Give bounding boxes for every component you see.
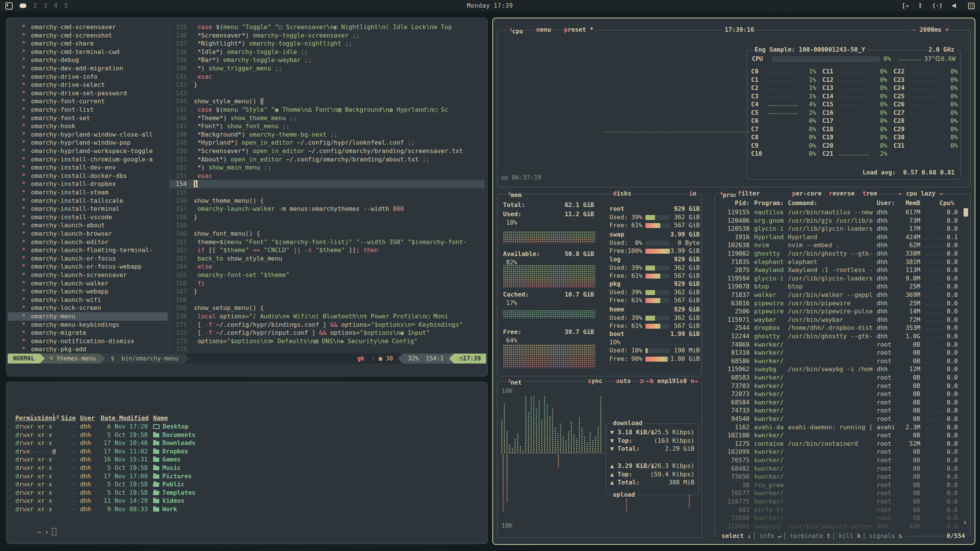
file-list-item[interactable]: *omarchy-hook (8, 122, 168, 130)
code-line[interactable]: 150 *Screensaver*) open_in_editor ~/.con… (170, 147, 485, 155)
col-command[interactable]: Command: (788, 199, 874, 207)
file-list-item[interactable]: *omarchy-launch-webapp (8, 287, 168, 296)
code-line[interactable]: 174 (170, 345, 485, 354)
code-line[interactable]: 173 options="$options\n≫ Defaults\n▤ DNS… (170, 337, 485, 346)
file-list-item[interactable]: *omarchy-font-current (8, 97, 168, 106)
file-list-item[interactable]: *omarchy-install-docker-dbs (8, 172, 168, 180)
process-row[interactable]: 72088kworker/root0B0.0 (719, 514, 967, 522)
process-row[interactable]: 71835elephantelephantdhh381M0.0 (719, 258, 967, 266)
process-row[interactable]: 81310kworker/root0B0.0 (719, 349, 967, 357)
process-row[interactable]: 68402kworker/root0B0.0 (719, 465, 967, 473)
file-list-item[interactable]: *omarchy-launch-wifi (8, 296, 168, 304)
code-line[interactable]: 149 *Hyprland*) open_in_editor ~/.config… (170, 139, 485, 147)
iface-next[interactable]: n→ (687, 377, 698, 385)
code-line[interactable]: 163 back_to show_style_menu (170, 254, 485, 263)
file-list-item[interactable]: *omarchy-launch-editor (8, 238, 168, 246)
update-interval[interactable]: - 2000ms + (910, 26, 951, 34)
file-list-item[interactable]: *omarchy-launch-floating-terminal- (8, 246, 168, 254)
file-list-item[interactable]: *omarchy-launch-about (8, 221, 168, 230)
code-line[interactable]: 165 omarchy-font-set "$theme" (170, 271, 485, 279)
process-row[interactable]: 68583kworker/root0B0.0 (719, 373, 967, 382)
code-line[interactable]: 172 [ -f ~/.config/hypr/input.conf ] && … (170, 329, 485, 337)
col-program[interactable]: Program: (754, 199, 787, 207)
file-list-item[interactable]: *omarchy-install-terminal (8, 205, 168, 213)
code-line[interactable]: 158} (170, 213, 485, 222)
code-line[interactable]: 164 else (170, 262, 485, 271)
file-list-item[interactable]: *omarchy-hyprland-window-pop (8, 139, 168, 147)
process-row[interactable]: 2506pipewire/usr/bin/pipewire-pulsedhh14… (719, 307, 967, 316)
code-line[interactable]: 137 *Nightlight*) omarchy-toggle-nightli… (170, 39, 485, 48)
code-line[interactable]: 167} (170, 287, 485, 296)
process-row[interactable]: 803btrfs-trroot0B0.0 (719, 506, 967, 514)
process-row[interactable]: 115962swaybg/usr/bin/swaybg -i /homdhh12… (719, 365, 967, 373)
code-line[interactable]: 138 *Idle*) omarchy-toggle-idle ;; (170, 48, 485, 56)
file-list-item[interactable]: *omarchy-debug (8, 56, 168, 64)
file-list-item[interactable]: *omarchy-pkg-add (8, 345, 168, 354)
file-list-item[interactable]: *omarchy-install-dev-env (8, 163, 168, 172)
net-sync-toggle[interactable]: sync (586, 377, 604, 385)
process-row[interactable]: 119002ghostty/usr/bin/ghostty --gtk-dhh3… (719, 249, 967, 258)
process-row[interactable]: 1162avahi-daavahi-daemon: running [avahi… (719, 423, 967, 432)
net-tab[interactable]: 3net (506, 377, 524, 385)
process-row[interactable]: 74733kworker/root0B0.0 (719, 406, 967, 415)
code-line[interactable]: 136 *Screensaver*) omarchy-toggle-screen… (170, 31, 485, 40)
col-pid[interactable]: Pid: (719, 199, 750, 207)
code-line[interactable]: 152 *) show_main_menu ;; (170, 163, 485, 172)
code-line[interactable]: 154} (170, 180, 485, 188)
process-row[interactable]: 71837walker/usr/bin/walker --gappldhh369… (719, 291, 967, 299)
process-row[interactable]: 119078btopbtopdhh25M0.0 (719, 282, 967, 291)
code-line[interactable]: 146 *Theme*) show_theme_menu ;; (170, 114, 485, 122)
process-row[interactable]: 63816pipewire/usr/bin/pipewiredhh25M0.0 (719, 299, 967, 308)
proc-action-signals[interactable]: signals s (869, 532, 902, 540)
file-list-item[interactable]: *omarchy-cmd-share (8, 39, 168, 48)
process-row[interactable]: 119594glycin-i/usr/lib/glycin-loadersdhh… (719, 274, 967, 283)
file-list-item[interactable]: *omarchy-drive-set-password (8, 89, 168, 98)
io-tab[interactable]: io (687, 190, 698, 197)
file-list-item[interactable]: *omarchy-font-list (8, 106, 168, 114)
file-list-item[interactable]: *omarchy-install-vscode (8, 213, 168, 222)
interval-decrease[interactable]: - (912, 26, 920, 33)
cpu-monitor-icon[interactable] (968, 3, 975, 9)
file-list-item[interactable]: *omarchy-install-dropbox (8, 180, 168, 188)
file-list-item[interactable]: *omarchy-launch-browser (8, 230, 168, 238)
mem-tab[interactable]: 2mem (506, 190, 524, 197)
file-list-item[interactable]: *omarchy-hyprland-workspace-toggle (8, 147, 168, 155)
proc-option-per-core[interactable]: per-core (790, 190, 823, 197)
code-line[interactable]: 139 *Bar*) omarchy-toggle-waybar ;; (170, 56, 485, 64)
process-row[interactable]: 73703kworker/root0B0.0 (719, 382, 967, 390)
interval-increase[interactable]: + (942, 26, 949, 33)
file-list-item[interactable]: *omarchy-cmd-terminal-cwd (8, 48, 168, 56)
code-line[interactable]: 144show_style_menu() { (170, 97, 485, 106)
process-row[interactable]: 2075XwaylandXwayland :1 -rootless -dhh11… (719, 266, 967, 274)
code-line[interactable]: 155 (170, 188, 485, 197)
file-list-item[interactable]: *omarchy-drive-info (8, 73, 168, 81)
process-row[interactable]: 120538glycin-i/usr/lib/glycin-loadersdhh… (719, 225, 967, 233)
process-row[interactable]: 76575kworker/root0B0.0 (719, 456, 967, 465)
process-row[interactable]: 2544dropbox/home/dhh/.dropbox-distdhh353… (719, 324, 967, 332)
proc-option-tree[interactable]: tree (861, 190, 879, 197)
sort-prev[interactable]: ← (898, 190, 906, 197)
process-row[interactable]: 1916HyprlandHyprlanddhh424M0.1 (719, 233, 967, 241)
file-list-item[interactable]: *omarchy-install-chromium-google-a (8, 155, 168, 164)
file-list-item[interactable]: *omarchy-migrate (8, 329, 168, 337)
net-interface[interactable]: ←b enp191s0 n→ (644, 377, 700, 385)
code-line[interactable]: 147 *Font*) show_font_menu ;; (170, 122, 485, 130)
file-list-item[interactable]: *omarchy-cmd-screensaver (8, 23, 168, 31)
code-line[interactable]: 166 fi (170, 279, 485, 288)
file-list-item[interactable]: *omarchy-install-steam (8, 188, 168, 197)
process-row[interactable]: 102099kworker/root0B0.0 (719, 448, 967, 456)
file-list-item[interactable]: *omarchy-launch-or-focus (8, 254, 168, 263)
iface-prev[interactable]: ←b (646, 377, 657, 385)
bluetooth-icon[interactable]: ᛒ (919, 2, 922, 9)
net-auto-toggle[interactable]: auto (614, 377, 633, 385)
process-row[interactable]: 72073kworker/root0B0.0 (719, 390, 967, 398)
code-line[interactable]: 143 (170, 89, 485, 98)
process-row[interactable]: 12244ghostty/usr/bin/ghostty --gtk-dhh1.… (719, 332, 967, 341)
file-list-item[interactable]: *omarchy-launch-screensaver (8, 271, 168, 279)
code-line[interactable]: 140 *) show_trigger_menu ;; (170, 64, 485, 73)
file-list-item[interactable]: *omarchy-lock-screen (8, 304, 168, 312)
code-line[interactable]: 162 if [[ "$theme" == "CNCLD" || -z "$th… (170, 246, 485, 254)
process-row[interactable]: 102100kworker/root0B0.0 (719, 431, 967, 440)
code-line[interactable]: 161 theme=$(menu "Font" "$(omarchy-font-… (170, 238, 485, 246)
file-list-item[interactable]: *omarchy-install-tailscale (8, 197, 168, 205)
